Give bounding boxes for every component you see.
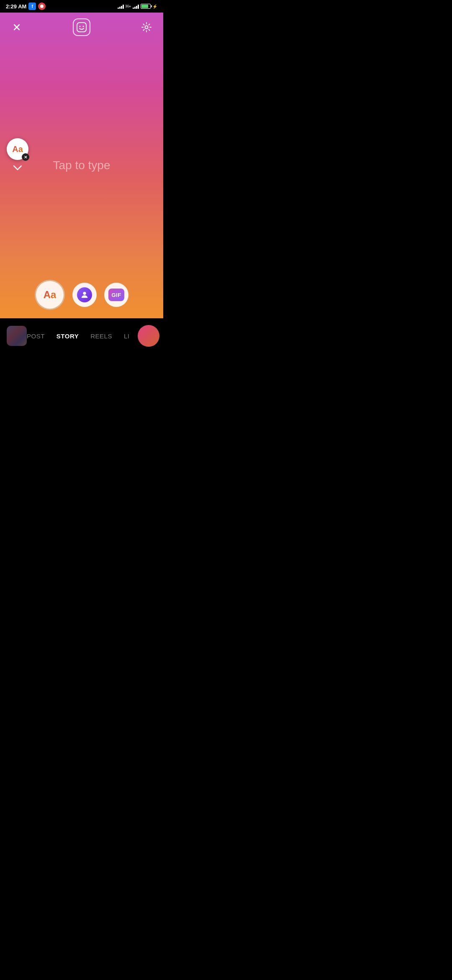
face-sticker-icon: [76, 22, 87, 33]
status-bar: 2:29 AM f H+ ⚡: [0, 0, 163, 13]
avatar-icon: [77, 287, 92, 302]
tab-post[interactable]: POST: [27, 333, 45, 340]
svg-point-3: [80, 26, 81, 27]
font-close-badge[interactable]: ✕: [22, 153, 29, 161]
signal-bars-icon: [118, 4, 124, 9]
story-canvas[interactable]: Tap to type Aa ✕ Aa GIF: [0, 13, 163, 318]
signal-bars2-icon: [133, 4, 139, 9]
text-tool-aa-label: Aa: [44, 289, 56, 301]
avatar-tool-button[interactable]: [72, 283, 97, 307]
tab-reels[interactable]: REELS: [90, 333, 112, 340]
top-toolbar: [0, 13, 163, 42]
battery-fill: [141, 5, 148, 8]
tap-to-type-label[interactable]: Tap to type: [53, 159, 110, 172]
svg-point-4: [83, 26, 84, 27]
status-time-group: 2:29 AM f: [6, 3, 46, 10]
svg-point-5: [145, 26, 148, 29]
tab-live[interactable]: LI: [124, 333, 130, 340]
time-display: 2:29 AM: [6, 3, 26, 10]
sticker-icon: [73, 18, 90, 36]
capture-button[interactable]: [138, 325, 159, 347]
chevron-down-icon[interactable]: [13, 163, 22, 173]
hplus-indicator: H+: [126, 4, 131, 9]
font-style-button[interactable]: Aa ✕: [7, 138, 28, 160]
person-silhouette-icon: [80, 290, 89, 299]
gif-label: GIF: [108, 289, 124, 301]
facebook-icon: f: [28, 3, 36, 10]
battery-icon: [141, 4, 151, 9]
gif-tool-button[interactable]: GIF: [104, 283, 128, 307]
tab-story[interactable]: STORY: [56, 333, 79, 340]
sticker-button[interactable]: [72, 17, 92, 37]
settings-button[interactable]: [138, 19, 155, 36]
nav-tabs-group: POST STORY REELS LI: [27, 333, 138, 340]
bottom-nav-bar: POST STORY REELS LI: [0, 318, 163, 353]
battery-percent: ⚡: [152, 4, 157, 9]
font-style-selector[interactable]: Aa ✕: [7, 138, 28, 173]
svg-rect-2: [77, 23, 86, 32]
settings-icon: [141, 22, 152, 33]
font-style-aa-label: Aa: [12, 144, 23, 154]
notification-icon: [38, 3, 46, 10]
gallery-thumb-image: [7, 326, 27, 346]
gallery-thumbnail[interactable]: [7, 326, 27, 346]
text-tool-button[interactable]: Aa: [35, 280, 65, 310]
close-icon: [12, 22, 22, 32]
status-right-group: H+ ⚡: [118, 4, 157, 9]
svg-point-6: [83, 292, 86, 295]
close-button[interactable]: [8, 19, 25, 36]
bottom-tools-row: Aa GIF: [0, 280, 163, 310]
